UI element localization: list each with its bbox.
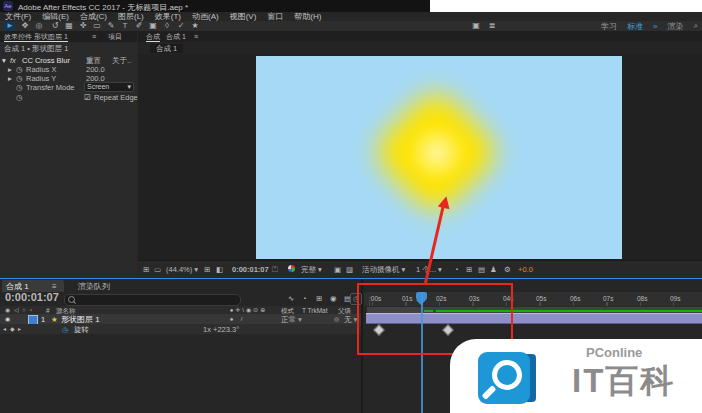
param-expander-icon[interactable]: ▸ [8,65,12,74]
type-tool-icon[interactable]: T [119,21,131,31]
snap-icon[interactable]: ▣ [470,21,482,31]
param-transfer-mode-label: Transfer Mode [26,83,75,92]
next-keyframe-icon[interactable]: ▸ [18,325,21,334]
property-value[interactable]: 1x +223.3° [203,325,239,334]
grid-guides-icon[interactable]: ⊞ [204,265,210,275]
roto-brush-tool-icon[interactable]: ✓ [175,21,187,31]
ruler-label: 09s [670,294,680,303]
repeat-edge-checkbox[interactable]: ☑ [84,93,91,102]
timeline-timecode[interactable]: 0:00:01:07 [5,293,59,302]
param-radius-x-label: Radius X [26,65,56,74]
stopwatch-icon[interactable]: ◷ [16,65,23,74]
layer-name[interactable]: 形状图层 1 [61,315,100,324]
mask-visibility-icon[interactable]: ◧ [216,265,223,275]
transparency-grid-icon[interactable]: ▨ [346,265,353,275]
search-input[interactable] [64,294,241,306]
preview-monitor-icon[interactable]: ▭ [154,265,161,275]
tab-effect-controls[interactable]: 效果控件 形状图层 1 [4,32,68,42]
layer-mode-dropdown[interactable]: 正常 ▾ [281,315,302,324]
chevron-down-icon: ▾ [298,315,302,324]
draft-3d-icon[interactable]: ◔ [302,294,307,303]
stopwatch-icon[interactable]: ◷ [16,93,23,102]
stopwatch-icon[interactable]: ◷ [62,325,68,334]
workspace-render[interactable]: 渲染 [668,21,684,32]
search-icon-handle [73,301,76,304]
show-channel-icon[interactable] [288,265,295,274]
layer-row[interactable]: ◉ 1 ★ 形状图层 1 ♠ / 正常 ▾ ◎ 无 ▾ [0,314,362,324]
exposure-value[interactable]: +0.0 [518,265,533,274]
timeline-button-icon[interactable]: ▤ [478,265,485,275]
add-keyframe-icon[interactable]: ◆ [10,325,15,334]
effect-expander-icon[interactable]: ▾ [2,56,6,65]
shape-tool-icon[interactable]: ▭ [91,21,103,31]
frame-blending-icon[interactable]: ◉ [330,294,337,303]
property-name[interactable]: 旋转 [74,325,89,334]
pan-behind-tool-icon[interactable]: ✜ [77,21,89,31]
tab-render-queue[interactable]: 渲染队列 [78,282,110,291]
pixel-aspect-icon[interactable]: ◔ [454,265,459,275]
selection-tool-icon[interactable]: ► [4,21,16,31]
clone-stamp-tool-icon[interactable]: ▣ [147,21,159,31]
workspace-bar: 学习 标准 » 渲染 ⌕ [601,21,698,31]
active-camera-dropdown[interactable]: 活动摄像机 ▾ [362,265,405,275]
stopwatch-icon[interactable]: ◷ [16,83,23,92]
snapshot-camera-icon[interactable]: ⏍ [272,265,278,275]
magnification-dropdown[interactable]: (44.4%) ▾ [166,265,198,274]
param-expander-icon[interactable]: ▸ [8,74,12,83]
parent-pickwhip-icon[interactable]: ◎ [334,315,339,324]
reset-exposure-icon[interactable]: ⚙ [504,265,511,275]
brush-tool-icon[interactable]: ✐ [133,21,145,31]
workspace-search-icon[interactable]: ⌕ [694,21,698,31]
magnifier-handle [482,385,497,400]
hand-tool-icon[interactable]: ✥ [19,21,31,31]
pen-tool-icon[interactable]: ✎ [105,21,117,31]
expand-panel-icon[interactable]: ⊞ [143,265,149,275]
watermark-brand: PConline [586,345,642,360]
workspace-overflow-chevron[interactable]: » [653,22,657,31]
param-radius-y-label: Radius Y [26,74,56,83]
prev-keyframe-icon[interactable]: ◂ [3,325,6,334]
property-row[interactable]: ◂ ◆ ▸ ◷ 旋转 1x +223.3° [0,324,362,334]
camera-tool-icon[interactable]: ▦ [63,21,75,31]
resolution-dropdown[interactable]: 完整 ▾ [301,265,322,275]
tab-composition-name[interactable]: 合成 1 [166,32,186,41]
effect-controls-breadcrumb[interactable]: 合成 1 • 形状图层 1 [4,44,68,53]
workspace-standard[interactable]: 标准 [627,21,643,32]
stopwatch-icon[interactable]: ◷ [16,74,23,83]
chevron-down-icon: ▾ [127,83,131,91]
panel-menu-icon[interactable]: ≡ [92,32,96,41]
effect-name[interactable]: CC Cross Blur [22,56,70,65]
transfer-mode-dropdown[interactable]: Screen▾ [84,82,134,92]
workspace-learn[interactable]: 学习 [601,21,617,32]
fast-preview-icon[interactable]: ⊞ [466,265,472,275]
effect-reset-link[interactable]: 重置 [86,56,101,65]
panel-menu-icon[interactable]: ≡ [52,282,57,291]
composition-tabstrip: 合成 合成 1 ≡ [138,31,702,42]
mini-flowchart-icon[interactable]: ∿ [288,294,294,303]
tab-composition[interactable]: 合成 [146,32,160,42]
ruler-label: 05s [536,294,546,303]
tab-project[interactable]: 项目 [108,32,122,41]
zoom-tool-icon[interactable]: ◎ [33,21,45,31]
shy-layers-icon[interactable]: ⊞ [316,294,322,303]
layer-parent-dropdown[interactable]: 无 ▾ [344,315,357,324]
layer-index: 1 [41,315,45,324]
grid-options-icon[interactable]: ≣ [486,21,498,31]
eraser-tool-icon[interactable]: ◊ [161,21,173,31]
param-radius-x-value[interactable]: 200.0 [86,65,105,74]
effect-controls-panel: 效果控件 形状图层 1 ≡ 项目 合成 1 • 形状图层 1 ▾ fx CC C… [0,31,137,278]
flowchart-icon[interactable]: ♟ [490,265,497,275]
comp-current-time[interactable]: 0:00:01:07 [232,265,269,274]
chevron-down-icon: ▾ [194,265,198,274]
chevron-down-icon: ▾ [438,265,442,274]
layer-switches-icons[interactable]: ♠ / [230,315,246,324]
shape-layer-icon: ★ [51,315,58,324]
region-of-interest-icon[interactable]: ▣ [334,265,341,275]
comp-viewer-tab[interactable]: 合成 1 [150,44,183,53]
effect-about-link[interactable]: 关于.. [112,56,131,65]
chevron-down-icon: ▾ [402,265,406,274]
rotation-tool-icon[interactable]: ↺ [49,21,61,31]
puppet-pin-tool-icon[interactable]: ★ [189,21,201,31]
layer-visibility-eye-icon[interactable]: ◉ [5,315,10,324]
panel-menu-icon[interactable]: ≡ [194,32,198,41]
